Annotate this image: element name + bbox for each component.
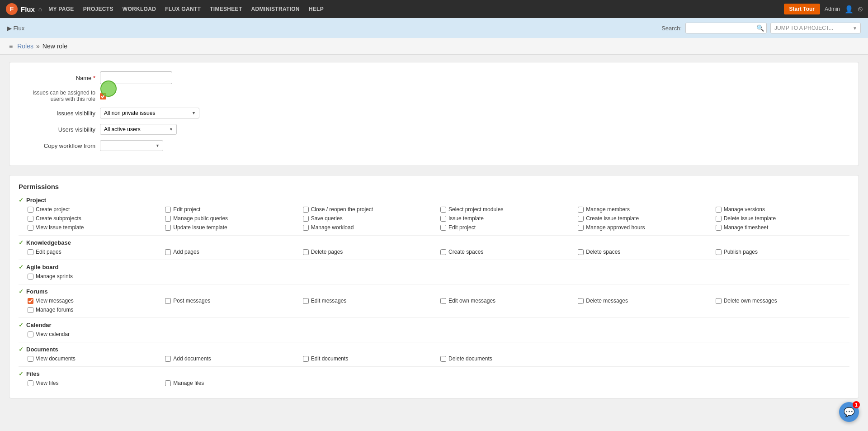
perm-item-edit-messages: Edit messages — [303, 298, 437, 304]
perm-item-issue-template: Issue template — [440, 215, 574, 222]
perm-knowledgebase-items: Edit pages Add pages Delete pages Create… — [28, 249, 849, 255]
chat-badge: 1 — [853, 401, 860, 406]
perm-category-calendar-header: ✓ Calendar — [19, 322, 849, 328]
logout-icon[interactable]: ⎋ — [858, 5, 863, 13]
perm-category-calendar: ✓ Calendar View calendar — [19, 322, 849, 337]
perm-documents-name: Documents — [26, 346, 58, 353]
flux-logo: F — [5, 3, 18, 15]
perm-agile-check-icon: ✓ — [19, 264, 24, 270]
perm-item-edit-pages: Edit pages — [28, 249, 161, 255]
perm-item-create-subprojects: Create subprojects — [28, 215, 161, 222]
perm-category-forums: ✓ Forums View messages Post messages Edi… — [19, 288, 849, 313]
issues-visibility-select[interactable]: All non private issues All issues Own is… — [100, 108, 199, 118]
issues-visibility-select-wrap: All non private issues All issues Own is… — [100, 108, 199, 118]
perm-forums-name: Forums — [26, 288, 48, 295]
perm-item-manage-timesheet: Manage timesheet — [716, 224, 849, 231]
nav-projects[interactable]: PROJECTS — [79, 0, 118, 18]
search-area: Search: 🔍 JUMP TO A PROJECT... — [661, 23, 861, 33]
nav-administration[interactable]: ADMINISTRATION — [247, 0, 304, 18]
copy-workflow-select[interactable] — [100, 140, 163, 151]
perm-calendar-name: Calendar — [26, 322, 52, 328]
perm-agile-board-name: Agile board — [26, 264, 59, 270]
copy-workflow-label: Copy workflow from — [23, 142, 95, 149]
perm-item-create-spaces: Create spaces — [440, 249, 574, 255]
search-input[interactable] — [685, 23, 767, 33]
main-content: Name Issues can be assigned to users wit… — [0, 55, 868, 406]
perm-item-manage-members: Manage members — [578, 206, 712, 213]
perm-category-project: ✓ Project Create project Edit project Cl… — [19, 197, 849, 231]
perm-item-manage-versions: Manage versions — [716, 206, 849, 213]
perm-item-view-calendar: View calendar — [28, 331, 161, 337]
top-navigation: F Flux ⌂ MY PAGE PROJECTS WORKLOAD FLUX … — [0, 0, 868, 18]
perm-category-documents: ✓ Documents View documents Add documents… — [19, 346, 849, 362]
breadcrumb-separator: » — [36, 43, 40, 50]
perm-item-select-modules: Select project modules — [440, 206, 574, 213]
users-visibility-row: Users visibility All active users Member… — [23, 124, 845, 135]
perm-project-items: Create project Edit project Close / reop… — [28, 206, 849, 231]
perm-item-manage-workload: Manage workload — [303, 224, 437, 231]
jump-select-wrap: JUMP TO A PROJECT... — [770, 23, 861, 33]
name-input[interactable] — [100, 71, 172, 84]
permissions-title: Permissions — [19, 183, 849, 190]
perm-project-name: Project — [26, 197, 46, 204]
perm-item-close-project: Close / reopen the project — [303, 206, 437, 213]
breadcrumb-current-page: New role — [42, 43, 67, 50]
perm-category-project-header: ✓ Project — [19, 197, 849, 204]
menu-icon[interactable]: ≡ — [9, 43, 13, 50]
perm-item-manage-approved-hours: Manage approved hours — [578, 224, 712, 231]
perm-item-edit-documents: Edit documents — [303, 355, 437, 362]
admin-label: Admin — [825, 6, 840, 12]
search-icon[interactable]: 🔍 — [756, 24, 764, 32]
perm-item-view-documents: View documents — [28, 355, 161, 362]
copy-workflow-select-wrap — [100, 140, 163, 151]
permissions-section: Permissions ✓ Project Create project Edi… — [9, 175, 859, 398]
svg-text:F: F — [10, 5, 14, 13]
perm-calendar-check-icon: ✓ — [19, 322, 24, 328]
jump-to-project-select[interactable]: JUMP TO A PROJECT... — [770, 23, 861, 33]
nav-mypage[interactable]: MY PAGE — [44, 0, 78, 18]
perm-item-delete-messages: Delete messages — [578, 298, 712, 304]
perm-item-edit-own-messages: Edit own messages — [440, 298, 574, 304]
perm-item-edit-project: Edit project — [165, 206, 299, 213]
users-visibility-label: Users visibility — [23, 126, 95, 133]
perm-item-add-documents: Add documents — [165, 355, 299, 362]
perm-forums-items: View messages Post messages Edit message… — [28, 298, 849, 313]
perm-calendar-items: View calendar — [28, 331, 849, 337]
perm-category-files: ✓ Files View files Manage files — [19, 370, 849, 386]
users-visibility-select[interactable]: All active users Members of project All … — [100, 124, 177, 135]
perm-item-publish-pages: Publish pages — [716, 249, 849, 255]
perm-item-delete-spaces: Delete spaces — [578, 249, 712, 255]
nav-gantt[interactable]: FLUX GANTT — [160, 0, 205, 18]
perm-item-edit-project2: Edit project — [440, 224, 574, 231]
issues-assigned-checkbox[interactable] — [100, 93, 106, 99]
perm-files-name: Files — [26, 370, 40, 377]
perm-item-create-project: Create project — [28, 206, 161, 213]
perm-category-knowledgebase: ✓ Knowledgebase Edit pages Add pages Del… — [19, 239, 849, 255]
home-icon[interactable]: ⌂ — [38, 5, 42, 13]
search-input-wrap: 🔍 — [685, 23, 767, 33]
flux-toggle[interactable]: ▶ Flux — [7, 25, 24, 32]
name-label: Name — [23, 75, 95, 81]
breadcrumb-roles-link[interactable]: Roles — [17, 43, 33, 50]
breadcrumb: ≡ Roles » New role — [0, 38, 868, 55]
sub-header: ▶ Flux Search: 🔍 JUMP TO A PROJECT... — [0, 18, 868, 38]
perm-item-manage-public-queries: Manage public queries — [165, 215, 299, 222]
issues-assigned-row: Issues can be assigned to users with thi… — [23, 90, 845, 102]
perm-category-files-header: ✓ Files — [19, 370, 849, 377]
nav-timesheet[interactable]: TIMESHEET — [205, 0, 246, 18]
perm-item-manage-files: Manage files — [165, 380, 299, 386]
start-tour-button[interactable]: Start Tour — [784, 4, 820, 14]
perm-category-knowledgebase-header: ✓ Knowledgebase — [19, 239, 849, 246]
new-role-form: Name Issues can be assigned to users wit… — [9, 62, 859, 166]
perm-item-update-issue-template: Update issue template — [165, 224, 299, 231]
issues-assigned-checkbox-wrap — [100, 93, 106, 99]
nav-links: MY PAGE PROJECTS WORKLOAD FLUX GANTT TIM… — [44, 0, 328, 18]
user-icon[interactable]: 👤 — [844, 5, 854, 14]
search-label: Search: — [661, 25, 682, 32]
perm-category-forums-header: ✓ Forums — [19, 288, 849, 295]
perm-project-check-icon: ✓ — [19, 197, 24, 204]
perm-item-delete-issue-template: Delete issue template — [716, 215, 849, 222]
copy-workflow-row: Copy workflow from — [23, 140, 845, 151]
nav-help[interactable]: HELP — [304, 0, 328, 18]
nav-workload[interactable]: WORKLOAD — [118, 0, 160, 18]
